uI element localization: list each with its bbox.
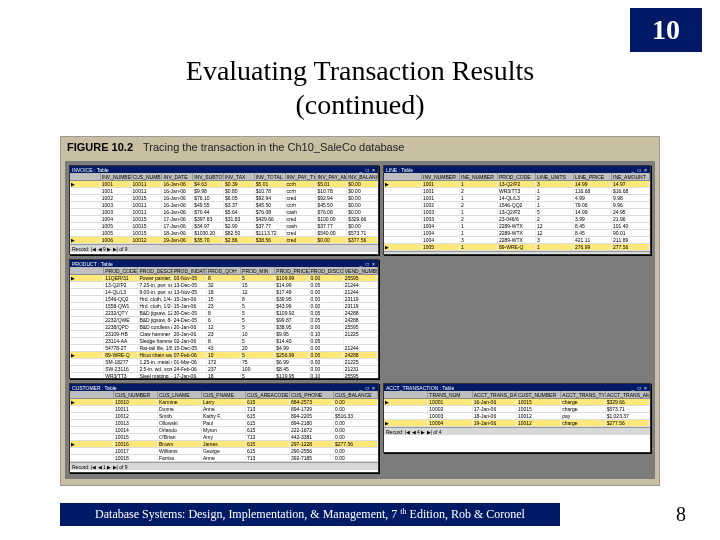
table-cell: SM-18277 bbox=[104, 359, 138, 365]
table-cell: 5 bbox=[536, 209, 574, 215]
table-row: 10014OrlandoMyron615222-16720.00 bbox=[70, 427, 378, 434]
invoice-record-nav: Record: |◀ ◀ 9 ▶ ▶| of 9 bbox=[70, 244, 378, 252]
table-cell: 3 bbox=[536, 237, 574, 243]
table-cell: 20 bbox=[241, 345, 275, 351]
table-cell: 12 bbox=[207, 324, 241, 330]
column-header: CUS_NUMBER bbox=[132, 173, 163, 180]
table-row: 1000217-Jan-0610015charge$573.71 bbox=[384, 406, 650, 413]
table-cell: $38.56 bbox=[255, 237, 286, 243]
page-number: 8 bbox=[676, 503, 686, 526]
table-cell: 276.99 bbox=[574, 244, 612, 250]
table-cell: 11QER/31 bbox=[104, 275, 138, 281]
table-cell: Claw hammer bbox=[138, 331, 172, 337]
table-cell: $0.00 bbox=[316, 237, 347, 243]
table-cell bbox=[70, 366, 104, 372]
table-cell: 10016 bbox=[114, 441, 158, 447]
table-cell bbox=[70, 230, 101, 236]
table-row: 10031001116-Jan-06$70.44$5.64$76.08cash$… bbox=[70, 209, 378, 216]
table-row: 23109-HBClaw hammer20-Jan-062310$9.950.1… bbox=[70, 331, 378, 338]
table-cell: 10014 bbox=[114, 427, 158, 433]
slide-title: Evaluating Transaction Results (continue… bbox=[0, 54, 720, 121]
table-cell: 19-Jan-06 bbox=[473, 420, 517, 426]
table-cell: 0.05 bbox=[310, 338, 344, 344]
table-cell: ccrh bbox=[286, 181, 317, 187]
table-cell: 18 bbox=[207, 373, 241, 379]
table-cell: 2 bbox=[460, 188, 498, 194]
table-cell: $4.99 bbox=[275, 345, 309, 351]
table-cell: 2.5-in. wd. screw, 50 bbox=[138, 366, 172, 372]
table-cell: Farriss bbox=[158, 455, 202, 461]
table-cell: 297-1228 bbox=[290, 441, 334, 447]
table-cell: 21.96 bbox=[612, 216, 650, 222]
table-cell: 25595 bbox=[344, 324, 378, 330]
column-header: CUST_NUMBER bbox=[517, 391, 561, 398]
table-cell: $49.55 bbox=[193, 202, 224, 208]
table-cell: 23109-HB bbox=[104, 331, 138, 337]
table-cell: 23114-AA bbox=[104, 338, 138, 344]
table-cell bbox=[70, 448, 114, 454]
table-cell: $329.66 bbox=[347, 216, 378, 222]
table-cell: 1 bbox=[460, 223, 498, 229]
table-cell: 7.25-in. pwr. saw blade bbox=[138, 282, 172, 288]
table-cell: 13-Dec-05 bbox=[173, 282, 207, 288]
table-cell: Smith bbox=[158, 413, 202, 419]
table-cell: 10015 bbox=[132, 195, 163, 201]
table-cell: 10018 bbox=[114, 455, 158, 461]
table-cell: 89-WRE-Q bbox=[104, 352, 138, 358]
table-cell: 10002 bbox=[428, 406, 472, 412]
product-rows: ▶11QER/31Power painter, 15 psi., x482030… bbox=[70, 275, 378, 379]
column-header: CUS_FNAME bbox=[202, 391, 246, 398]
table-cell bbox=[70, 289, 104, 295]
table-cell: 16-Jan-06 bbox=[473, 399, 517, 405]
invoice-titlebar: INVOICE : Table _ □ × bbox=[70, 166, 378, 173]
table-cell: $76.10 bbox=[193, 195, 224, 201]
table-cell: 1002 bbox=[101, 195, 132, 201]
table-cell: Ollowski bbox=[158, 420, 202, 426]
column-header bbox=[70, 173, 101, 180]
table-cell: 5 bbox=[241, 324, 275, 330]
table-cell: 0.00 bbox=[334, 448, 378, 454]
table-cell: 15-Jan-06 bbox=[173, 296, 207, 302]
table-cell: 21244 bbox=[344, 282, 378, 288]
table-cell: $39.95 bbox=[275, 296, 309, 302]
table-cell bbox=[70, 317, 104, 323]
acct-title: ACCT_TRANSACTION : Table bbox=[386, 385, 454, 390]
table-cell: $4.63 bbox=[193, 181, 224, 187]
table-cell: 0.00 bbox=[310, 359, 344, 365]
table-row: 2232/QTYB&D jigsaw, 12-in. blade30-Dec-0… bbox=[70, 310, 378, 317]
table-cell: 13-Q2/P2 bbox=[498, 209, 536, 215]
table-cell: 32 bbox=[207, 282, 241, 288]
acct-transaction-table-window: ACCT_TRANSACTION : Table _ □ × TRANS_NUM… bbox=[383, 383, 651, 453]
acct-header-row: TRANS_NUMACCT_TRANS_DATECUST_NUMBERACCT_… bbox=[384, 391, 650, 399]
table-row: 10021001516-Jan-06$76.10$6.05$92.94cred$… bbox=[70, 195, 378, 202]
table-row: ▶10061001219-Jan-06$35.70$2.86$38.56cred… bbox=[70, 237, 378, 244]
table-row: 1546-QQ2Hrd. cloth, 1/4-in., 2x5015-Jan-… bbox=[70, 296, 378, 303]
column-header: INV_BALANCE bbox=[347, 173, 378, 180]
table-cell bbox=[384, 413, 428, 419]
column-header bbox=[70, 267, 104, 274]
table-cell: 2289-WTX bbox=[498, 237, 536, 243]
table-cell: Williams bbox=[158, 448, 202, 454]
table-row: 10011001116-Jan-06$9.98$0.80$10.78ccrh$1… bbox=[70, 188, 378, 195]
acct-titlebar: ACCT_TRANSACTION : Table _ □ × bbox=[384, 384, 650, 391]
table-cell bbox=[384, 406, 428, 412]
chapter-badge: 10 bbox=[630, 8, 702, 52]
table-cell: $76.08 bbox=[316, 209, 347, 215]
table-cell: 79.06 bbox=[574, 202, 612, 208]
table-cell: 10012 bbox=[114, 413, 158, 419]
column-header: ACCT_TRANS_TYPE bbox=[561, 391, 605, 398]
table-cell: 1005 bbox=[422, 244, 460, 250]
table-cell bbox=[70, 202, 101, 208]
table-cell: 1 bbox=[460, 244, 498, 250]
table-cell: $45.50 bbox=[255, 202, 286, 208]
column-header: INV_TOTAL bbox=[255, 173, 286, 180]
table-row: 1558-QW1Hrd. cloth, 1/2-in., 3x5015-Jan-… bbox=[70, 303, 378, 310]
table-cell: 0.00 bbox=[310, 345, 344, 351]
table-cell: 24288 bbox=[344, 310, 378, 316]
table-cell bbox=[70, 406, 114, 412]
table-cell: 24-Feb-06 bbox=[173, 366, 207, 372]
table-cell: ▶ bbox=[70, 181, 101, 187]
acct-rows: ▶1000116-Jan-0610015charge$329.661000217… bbox=[384, 399, 650, 427]
table-cell: $38.95 bbox=[275, 324, 309, 330]
table-cell: 1006 bbox=[101, 237, 132, 243]
